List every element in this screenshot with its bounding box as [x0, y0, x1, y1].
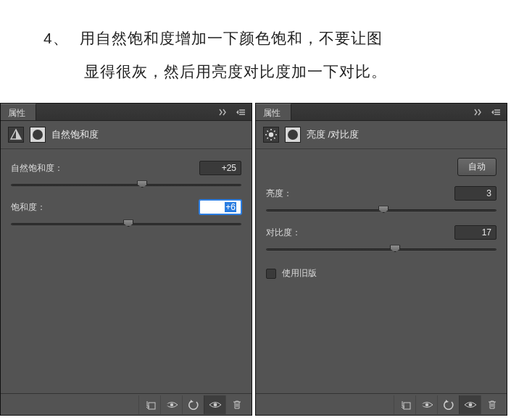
trash-icon[interactable] [481, 395, 502, 414]
adjustment-title: 自然饱和度 [51, 128, 99, 141]
svg-point-2 [213, 403, 217, 406]
saturation-label: 饱和度： [11, 201, 46, 214]
visibility-icon[interactable] [204, 395, 225, 414]
brightness-label: 亮度： [266, 188, 292, 200]
tab-properties[interactable]: 属性 [256, 104, 291, 120]
adjustment-title: 亮度 /对比度 [307, 128, 359, 141]
visibility-icon[interactable] [459, 395, 481, 414]
svg-rect-0 [149, 403, 155, 409]
instruction-text: 4、用自然饱和度增加一下颜色饱和，不要让图 显得很灰，然后用亮度对比度加一下对比… [0, 0, 511, 103]
saturation-value[interactable]: +6 [199, 200, 241, 214]
clip-to-layer-icon[interactable] [138, 395, 160, 414]
svg-point-1 [170, 403, 173, 406]
legacy-label: 使用旧版 [282, 267, 317, 280]
panel-menu-icon[interactable] [489, 106, 504, 118]
step-number: 4、 [43, 22, 80, 55]
tab-properties[interactable]: 属性 [1, 104, 36, 120]
panel-tab-bar: 属性 [1, 104, 252, 121]
contrast-label: 对比度： [266, 227, 301, 239]
legacy-checkbox[interactable] [266, 269, 276, 279]
vibrance-adjustment-icon [8, 127, 24, 143]
adjustment-header: 亮度 /对比度 [256, 121, 507, 149]
instruction-line1: 用自然饱和度增加一下颜色饱和，不要让图 [80, 30, 383, 46]
svg-point-3 [269, 133, 273, 137]
svg-point-6 [468, 403, 472, 406]
instruction-line2: 显得很灰，然后用亮度对比度加一下对比。 [43, 55, 468, 88]
brightness-slider-thumb[interactable] [378, 206, 389, 213]
contrast-value[interactable]: 17 [454, 225, 497, 240]
panel-footer [1, 393, 252, 415]
panel-menu-icon[interactable] [234, 106, 249, 118]
clip-to-layer-icon[interactable] [394, 395, 415, 414]
saturation-slider[interactable] [11, 219, 241, 229]
brightness-slider[interactable] [266, 205, 497, 215]
trash-icon[interactable] [225, 395, 247, 414]
svg-rect-4 [404, 403, 410, 409]
vibrance-value[interactable]: +25 [199, 161, 241, 175]
reset-icon[interactable] [182, 395, 204, 414]
brightness-value[interactable]: 3 [454, 186, 497, 201]
adjustment-header: 自然饱和度 [1, 121, 252, 149]
view-previous-icon[interactable] [415, 395, 437, 414]
layer-mask-icon[interactable] [285, 127, 301, 143]
contrast-slider-thumb[interactable] [390, 245, 400, 252]
vibrance-slider[interactable] [11, 180, 241, 190]
svg-point-5 [425, 403, 428, 406]
panel-tab-bar: 属性 [256, 104, 507, 121]
vibrance-panel: 属性 自然饱和度 自然饱和度： +25 [0, 103, 252, 416]
layer-mask-icon[interactable] [30, 127, 46, 143]
auto-button[interactable]: 自动 [457, 158, 497, 176]
brightness-contrast-panel: 属性 亮度 /对比度 自动 亮度： [255, 103, 507, 416]
collapse-icon[interactable] [217, 106, 231, 118]
panel-footer [256, 393, 507, 415]
collapse-icon[interactable] [472, 106, 486, 118]
saturation-slider-thumb[interactable] [123, 219, 133, 227]
reset-icon[interactable] [437, 395, 459, 414]
brightness-adjustment-icon [263, 127, 279, 143]
vibrance-slider-thumb[interactable] [137, 180, 147, 188]
vibrance-label: 自然饱和度： [11, 162, 63, 175]
contrast-slider[interactable] [266, 244, 497, 254]
view-previous-icon[interactable] [160, 395, 182, 414]
